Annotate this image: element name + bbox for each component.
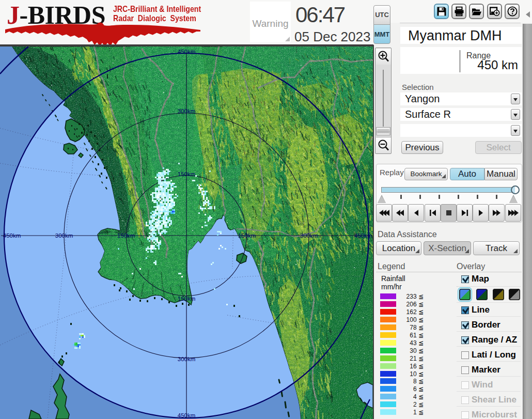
- svg-text:150km: 150km: [238, 232, 256, 239]
- svg-text:450km: 450km: [178, 49, 196, 55]
- svg-text:300km: 300km: [55, 232, 73, 239]
- svg-text:450km: 450km: [3, 232, 21, 239]
- svg-text:150km: 150km: [117, 232, 135, 239]
- svg-text:150km: 150km: [178, 171, 196, 177]
- svg-text:300km: 300km: [178, 108, 196, 114]
- svg-text:450km: 450km: [354, 232, 372, 239]
- svg-text:300km: 300km: [300, 232, 318, 239]
- svg-text:450km: 450km: [178, 412, 196, 418]
- svg-text:150km: 150km: [178, 296, 196, 302]
- svg-text:300km: 300km: [178, 356, 196, 362]
